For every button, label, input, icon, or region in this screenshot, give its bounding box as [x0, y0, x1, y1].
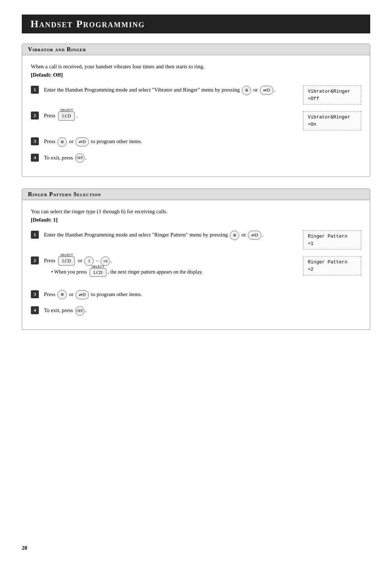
- step-2-sub-bullet: When you press SELECT LCD , the next rin…: [51, 268, 289, 277]
- ringer-step-2: 2 Press SELECT LCD or 1 – ∞6.: [31, 256, 361, 283]
- page-title: Handset Programming: [30, 18, 362, 30]
- btn-zd-r3: ⇌D: [75, 290, 89, 299]
- ringer-pattern-section: Ringer Pattern Selection You can select …: [22, 189, 370, 330]
- lcd-display-2: Vibrator&Ringer =On: [303, 111, 361, 130]
- vibrator-ringer-content: When a call is received, your handset vi…: [22, 55, 370, 177]
- ringer-step-4: 4 To exit, press OFF.: [31, 306, 361, 316]
- ringer-pattern-content: You can select the ringer type (1 throug…: [22, 200, 370, 329]
- ringer-pattern-intro: You can select the ringer type (1 throug…: [31, 207, 361, 224]
- btn-zd-1: ⇌D: [260, 86, 273, 95]
- step-number-3: 3: [31, 137, 39, 145]
- vibrator-ringer-title: Vibrator and Ringer: [22, 44, 370, 55]
- step-number-r4: 4: [31, 306, 39, 314]
- vibrator-step-1: 1 Enter the Handset Programming mode and…: [31, 85, 361, 105]
- step-number-2: 2: [31, 112, 39, 120]
- ringer-step-3: 3 Press ⊛ or ⇌D to program other items.: [31, 290, 361, 300]
- vibrator-step-2: 2 Press SELECT LCD . Vibrator&Ringer =On: [31, 111, 361, 130]
- step-1-content: Enter the Handset Programming mode and s…: [44, 85, 289, 95]
- btn-zd-3: ⇌D: [75, 137, 89, 146]
- page-header: Handset Programming: [22, 15, 370, 33]
- step-4-content: To exit, press OFF.: [44, 153, 361, 163]
- page-number: 28: [22, 545, 27, 551]
- btn-lcd-2: LCD: [58, 112, 75, 121]
- btn-a-star-3: ⊛: [57, 137, 67, 147]
- ringer-pattern-title: Ringer Pattern Selection: [22, 189, 370, 200]
- btn-off-1: OFF: [75, 153, 85, 163]
- vibrator-ringer-section: Vibrator and Ringer When a call is recei…: [22, 44, 370, 177]
- btn-off-r4: OFF: [75, 306, 85, 316]
- step-3-content: Press ⊛ or ⇌D to program other items.: [44, 137, 361, 147]
- step-number-1: 1: [31, 86, 39, 94]
- vibrator-step-4: 4 To exit, press OFF.: [31, 153, 361, 163]
- btn-lcd-r2: LCD: [58, 256, 75, 266]
- ringer-step-1-content: Enter the Handset Programming mode and s…: [44, 230, 289, 240]
- lcd-display-r1: Ringer Pattern =1: [303, 230, 361, 250]
- step-number-r2: 2: [31, 256, 39, 264]
- ringer-step-3-content: Press ⊛ or ⇌D to program other items.: [44, 290, 361, 300]
- ringer-step-1: 1 Enter the Handset Programming mode and…: [31, 230, 361, 250]
- step-number-4: 4: [31, 154, 39, 162]
- btn-a-star-1: ⊛: [242, 86, 251, 95]
- step-2-content: Press SELECT LCD .: [44, 111, 289, 121]
- btn-lcd-r2b: LCD: [90, 268, 106, 277]
- step-number-r1: 1: [31, 231, 39, 239]
- lcd-display-1: Vibrator&Ringer =Off: [303, 85, 361, 105]
- vibrator-step-3: 3 Press ⊛ or ⇌D to program other items.: [31, 137, 361, 147]
- btn-a-star-r1: ⊛: [230, 231, 239, 240]
- vibrator-ringer-intro: When a call is received, your handset vi…: [31, 62, 361, 79]
- btn-a-star-r3: ⊛: [57, 290, 67, 299]
- ringer-step-4-content: To exit, press OFF.: [44, 306, 361, 316]
- step-number-r3: 3: [31, 290, 39, 298]
- btn-zd-r1: ⇌D: [248, 231, 261, 240]
- lcd-display-r2: Ringer Pattern =2: [303, 256, 361, 275]
- ringer-step-2-content: Press SELECT LCD or 1 – ∞6. When you pre…: [44, 256, 289, 277]
- page: Handset Programming Vibrator and Ringer …: [0, 0, 392, 562]
